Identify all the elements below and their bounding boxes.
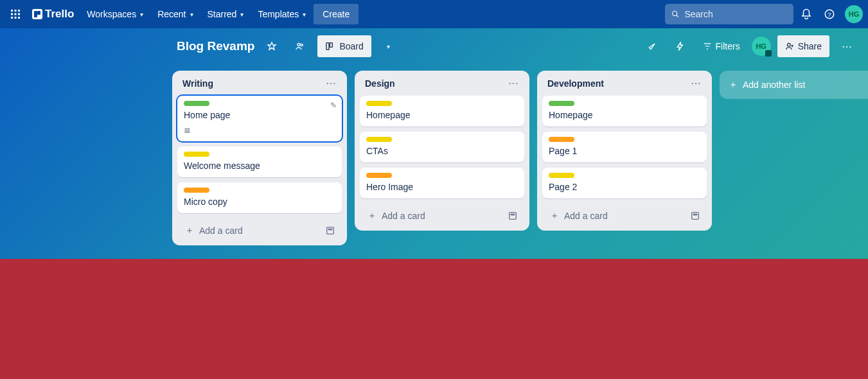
svg-rect-5 [18,13,20,15]
card-label[interactable] [184,101,209,106]
svg-rect-2 [18,10,20,12]
search-box[interactable] [665,4,793,24]
trello-logo[interactable]: Trello [27,8,79,21]
card-title: Home page [184,110,335,120]
list-title[interactable]: Development [547,78,604,89]
board-member-avatar[interactable]: HG [752,37,771,56]
svg-rect-8 [18,17,20,19]
templates-menu[interactable]: Templates▾ [251,4,312,24]
board-title[interactable]: Blog Revamp [177,39,254,53]
list: Writing⋯Home page✎≣Welcome messageMicro … [172,71,347,245]
add-card-button[interactable]: ＋Add a card [546,206,687,225]
card-title: Homepage [549,110,700,120]
star-button[interactable] [261,35,283,57]
help-icon: ? [824,8,835,20]
add-card-button[interactable]: ＋Add a card [364,206,505,225]
svg-point-14 [301,44,303,46]
view-dropdown-button[interactable]: ▾ [378,35,400,57]
svg-rect-3 [11,13,13,15]
bell-icon [801,8,812,20]
powerups-button[interactable] [641,35,663,57]
filters-button[interactable]: Filters [698,35,745,57]
card[interactable]: Micro copy [177,182,342,213]
share-button[interactable]: Share [777,35,829,57]
help-button[interactable]: ? [819,4,840,24]
card-title: Page 2 [549,182,700,192]
starred-menu[interactable]: Starred▾ [201,4,251,24]
svg-rect-22 [692,213,699,220]
pencil-icon[interactable]: ✎ [330,101,337,110]
card[interactable]: Page 1 [542,132,707,163]
card-template-button[interactable] [323,223,338,238]
search-input[interactable] [684,9,787,19]
description-icon: ≣ [184,125,191,135]
list-menu-button[interactable]: ⋯ [691,77,702,89]
list: Design⋯HomepageCTAsHero Image＋Add a card [355,71,529,231]
card-label[interactable] [366,173,392,178]
card-template-button[interactable] [505,208,520,224]
svg-rect-19 [328,229,333,231]
board-canvas[interactable]: Writing⋯Home page✎≣Welcome messageMicro … [0,64,868,259]
card-title: CTAs [366,146,518,156]
notifications-button[interactable] [796,4,817,24]
user-plus-icon [785,42,794,51]
card-label[interactable] [366,101,392,106]
list-menu-button[interactable]: ⋯ [508,77,519,89]
card[interactable]: Page 2 [542,168,707,198]
card[interactable]: CTAs [360,132,524,163]
svg-text:?: ? [828,11,831,18]
app-launcher-button[interactable] [5,4,26,24]
svg-rect-1 [15,10,17,12]
create-button[interactable]: Create [314,4,359,24]
board-menu-button[interactable]: ⋯ [836,35,858,57]
chevron-down-icon: ▾ [240,11,244,18]
chevron-down-icon: ▾ [190,11,193,18]
rocket-icon [647,41,657,51]
automation-button[interactable] [669,35,691,57]
card[interactable]: Homepage [360,96,524,127]
svg-point-17 [787,43,790,46]
card-title: Hero Image [366,182,518,192]
list-menu-button[interactable]: ⋯ [326,77,337,89]
star-icon [267,41,277,51]
add-list-button[interactable]: ＋Add another list [720,71,868,99]
filter-icon [703,42,712,51]
card[interactable]: Home page✎≣ [177,96,342,141]
svg-point-9 [673,11,677,15]
list-title[interactable]: Writing [182,78,213,89]
logo-text: Trello [45,8,74,21]
recent-menu[interactable]: Recent▾ [151,4,199,24]
bolt-icon [675,41,686,51]
board-icon [325,41,335,51]
card-label[interactable] [184,188,209,193]
card-title: Welcome message [184,161,335,171]
user-avatar[interactable]: HG [845,5,863,23]
board-bar: Blog Revamp Board ▾ Filters HG Share ⋯ [0,28,868,64]
card-template-button[interactable] [687,208,703,224]
svg-rect-0 [11,10,13,12]
card-label[interactable] [549,101,574,106]
search-icon [671,10,679,19]
card[interactable]: Welcome message [177,146,342,177]
list-title[interactable]: Design [365,78,395,89]
top-nav: Trello Workspaces▾ Recent▾ Starred▾ Temp… [0,0,868,28]
card-title: Homepage [366,110,518,120]
card-label[interactable] [366,137,392,142]
card-label[interactable] [184,152,209,157]
visibility-button[interactable] [289,35,311,57]
card-label[interactable] [549,173,574,178]
trello-logo-icon [32,9,42,19]
card-label[interactable] [549,137,574,142]
add-card-button[interactable]: ＋Add a card [181,221,323,240]
workspaces-menu[interactable]: Workspaces▾ [80,4,150,24]
card-title: Page 1 [549,146,700,156]
people-icon [295,41,305,51]
svg-point-13 [297,43,300,46]
grid-icon [10,9,21,19]
view-switcher-button[interactable]: Board [317,35,371,57]
plus-icon: ＋ [729,79,738,91]
card[interactable]: Homepage [542,96,707,127]
chevron-down-icon: ▾ [387,43,390,50]
card[interactable]: Hero Image [360,168,524,198]
svg-rect-6 [11,17,13,19]
